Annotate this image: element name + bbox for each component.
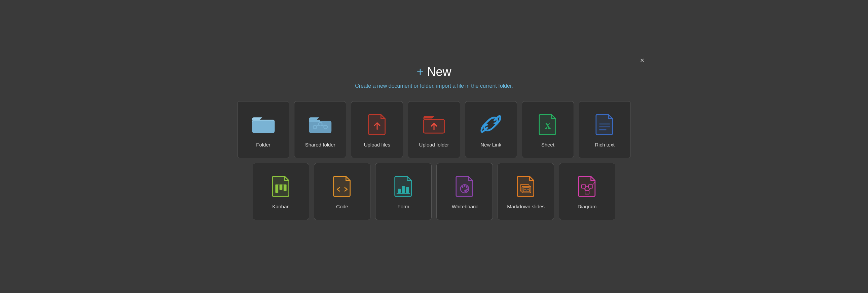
svg-rect-20	[398, 188, 401, 192]
svg-text:X: X	[545, 121, 551, 131]
new-link-label: New Link	[480, 142, 501, 147]
svg-rect-17	[280, 184, 283, 190]
svg-rect-21	[402, 186, 405, 193]
new-link-icon	[479, 112, 503, 136]
card-sheet[interactable]: X Sheet	[522, 101, 574, 158]
upload-folder-icon	[422, 112, 446, 136]
sheet-icon: X	[536, 112, 559, 136]
close-button[interactable]: ×	[640, 57, 644, 64]
card-upload-files[interactable]: Upload files	[351, 101, 403, 158]
rich-text-icon	[593, 112, 616, 136]
card-markdown-slides[interactable]: Markdown slides	[498, 163, 554, 220]
sheet-label: Sheet	[541, 142, 554, 147]
code-icon	[330, 174, 354, 197]
upload-files-label: Upload files	[364, 142, 390, 147]
markdown-slides-icon	[514, 174, 538, 197]
kanban-icon	[269, 174, 293, 197]
svg-point-26	[464, 185, 465, 186]
code-label: Code	[336, 204, 348, 209]
card-diagram[interactable]: Diagram	[559, 163, 615, 220]
card-folder[interactable]: Folder	[237, 101, 289, 158]
svg-point-25	[462, 186, 463, 187]
card-row-1: Folder Shared folder	[237, 101, 631, 158]
svg-point-28	[466, 188, 468, 190]
shared-folder-icon	[309, 112, 332, 136]
card-kanban[interactable]: Kanban	[253, 163, 309, 220]
whiteboard-icon	[453, 174, 476, 197]
diagram-label: Diagram	[578, 204, 597, 209]
svg-rect-2	[252, 121, 275, 133]
card-new-link[interactable]: New Link	[465, 101, 517, 158]
plus-icon: +	[416, 65, 427, 79]
whiteboard-label: Whiteboard	[452, 204, 478, 209]
svg-rect-22	[406, 187, 409, 193]
kanban-label: Kanban	[272, 204, 290, 209]
card-rich-text[interactable]: Rich text	[579, 101, 631, 158]
svg-rect-18	[284, 184, 287, 191]
modal-subtitle: Create a new document or folder, import …	[237, 83, 631, 89]
card-whiteboard[interactable]: Whiteboard	[436, 163, 493, 220]
markdown-slides-label: Markdown slides	[507, 204, 545, 209]
form-icon	[392, 174, 415, 197]
card-upload-folder[interactable]: Upload folder	[408, 101, 460, 158]
diagram-icon	[575, 174, 599, 197]
card-code[interactable]: Code	[314, 163, 370, 220]
svg-rect-4	[309, 120, 320, 122]
folder-label: Folder	[256, 142, 271, 147]
svg-rect-16	[275, 184, 278, 193]
rich-text-label: Rich text	[595, 142, 614, 147]
folder-icon	[252, 112, 275, 136]
card-form[interactable]: Form	[375, 163, 432, 220]
svg-point-27	[466, 186, 468, 187]
new-document-modal: × + New Create a new document or folder,…	[217, 51, 651, 242]
modal-title: + New	[237, 65, 631, 79]
svg-point-29	[464, 189, 467, 192]
form-label: Form	[398, 204, 409, 209]
card-row-2: Kanban Code	[237, 163, 631, 220]
upload-files-icon	[365, 112, 389, 136]
card-shared-folder[interactable]: Shared folder	[294, 101, 346, 158]
upload-folder-label: Upload folder	[419, 142, 449, 147]
shared-folder-label: Shared folder	[305, 142, 335, 147]
